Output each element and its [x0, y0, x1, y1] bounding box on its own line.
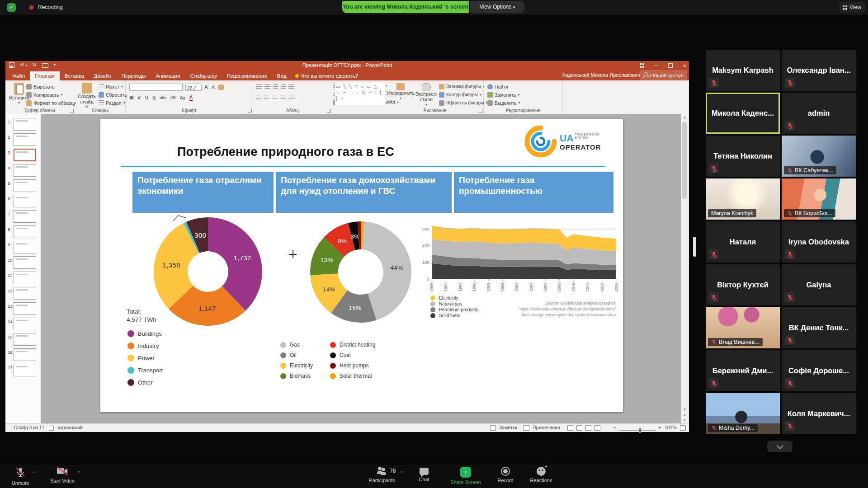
- slide-sorter-icon[interactable]: [576, 425, 582, 431]
- scroll-down-icon[interactable]: ▼: [681, 408, 688, 412]
- participants-button[interactable]: 78 Participants ^: [362, 467, 402, 483]
- grow-font-icon[interactable]: Аˆ: [204, 84, 209, 90]
- slide-thumbnail-4[interactable]: 4: [5, 164, 41, 177]
- participant-tile[interactable]: Олександр Іван...: [782, 50, 856, 91]
- spellcheck-icon[interactable]: [49, 425, 57, 431]
- drawing-dialog-launcher[interactable]: [479, 109, 482, 113]
- section-button[interactable]: Раздел ▾: [99, 99, 127, 107]
- start-video-button[interactable]: Start Video ^: [45, 467, 80, 483]
- slide-thumbnail-12[interactable]: 12: [5, 286, 41, 300]
- zoom-out-icon[interactable]: −: [613, 425, 616, 430]
- tab-Слайд-шоу[interactable]: Слайд-шоу: [185, 71, 222, 80]
- share-screen-button[interactable]: ↑ Share Screen: [445, 467, 486, 485]
- participant-tile[interactable]: ВК Сабунчак...: [782, 136, 856, 177]
- slide-thumbnail-17[interactable]: 17: [5, 363, 41, 377]
- new-slide-button[interactable]: Создать слайд▾: [77, 83, 97, 110]
- format-painter-button[interactable]: Формат по образцу: [26, 99, 76, 107]
- reactions-button[interactable]: Reactions: [524, 467, 558, 483]
- clipboard-dialog-launcher[interactable]: [70, 109, 74, 113]
- slide-thumbnail-2[interactable]: 2: [5, 133, 41, 146]
- justify-icon[interactable]: [280, 95, 286, 100]
- more-participants-button[interactable]: [767, 441, 793, 452]
- shape-outline-button[interactable]: Контур фигуры▾: [439, 91, 487, 99]
- quick-styles-button[interactable]: Экспресс-стили▾: [415, 83, 438, 108]
- participant-tile[interactable]: admin: [782, 93, 856, 134]
- next-slide-icon[interactable]: ▼: [681, 418, 688, 422]
- replace-button[interactable]: Заменить ▾: [487, 91, 520, 99]
- slide-thumbnail-1[interactable]: 1: [5, 117, 41, 131]
- unmute-button[interactable]: Unmute ^: [5, 467, 35, 486]
- tab-Вид[interactable]: Вид: [272, 71, 292, 80]
- slide-thumbnail-panel[interactable]: 1234567891011121314151617: [5, 114, 41, 423]
- slideshow-view-icon[interactable]: [594, 425, 600, 431]
- participant-tile[interactable]: Влад Вишнев...: [706, 307, 780, 348]
- tell-me-box[interactable]: Что вы хотите сделать?: [292, 71, 362, 80]
- shadow-button[interactable]: S: [152, 95, 156, 100]
- scrollbar-thumb[interactable]: [682, 122, 687, 199]
- slide-thumbnail-5[interactable]: 5: [5, 179, 41, 192]
- slide-thumbnail-7[interactable]: 7: [5, 210, 41, 223]
- maximize-icon[interactable]: [668, 63, 673, 68]
- participant-tile[interactable]: Віктор Кухтєй: [706, 264, 780, 305]
- ribbon-options-icon[interactable]: [640, 63, 642, 65]
- cut-button[interactable]: Вырезать: [26, 83, 76, 90]
- tab-Рецензирование[interactable]: Рецензирование: [222, 71, 272, 80]
- line-spacing-icon[interactable]: [288, 84, 294, 90]
- align-center-icon[interactable]: [264, 95, 269, 100]
- scroll-up-icon[interactable]: ▲: [681, 115, 688, 119]
- chat-button[interactable]: Chat: [411, 467, 437, 482]
- participant-tile[interactable]: Maksym Karpash: [706, 50, 780, 91]
- shape-effects-button[interactable]: Эффекты фигуры▾: [439, 99, 487, 107]
- tab-Дизайн[interactable]: Дизайн: [89, 71, 117, 80]
- change-case-button[interactable]: Aa: [180, 95, 185, 100]
- tab-Главная[interactable]: Главная: [30, 71, 60, 80]
- zoom-percent[interactable]: 102%: [665, 425, 677, 430]
- close-icon[interactable]: ×: [683, 62, 686, 69]
- shapes-gallery[interactable]: ▭ ╲ ╲ □ ○ ▭ △ ∟ ⌐ → ↓ ◇ ~ ≈ { } ☆: [335, 83, 386, 105]
- slide-thumbnail-15[interactable]: 15: [5, 333, 41, 346]
- participant-tile[interactable]: Бережний Дми...: [706, 350, 780, 391]
- share-button[interactable]: Общий доступ: [640, 70, 687, 80]
- tab-Файл[interactable]: Файл: [7, 71, 30, 80]
- slide-thumbnail-9[interactable]: 9: [5, 240, 41, 254]
- participant-tile[interactable]: Galyna: [782, 264, 856, 305]
- slide-thumbnail-3[interactable]: 3: [5, 148, 41, 162]
- notes-button[interactable]: Заметки: [490, 425, 517, 431]
- participant-tile[interactable]: ВК БорисБог...: [782, 178, 856, 220]
- prev-slide-icon[interactable]: ▲: [681, 413, 688, 417]
- audio-options-caret-icon[interactable]: ^: [33, 470, 36, 475]
- font-size-input[interactable]: 22,7: [185, 84, 202, 91]
- fit-to-window-icon[interactable]: [680, 425, 689, 431]
- reset-button[interactable]: Сбросить: [99, 91, 127, 99]
- video-options-caret-icon[interactable]: ^: [78, 470, 80, 475]
- minimize-icon[interactable]: [654, 66, 658, 66]
- language-label[interactable]: украинский: [58, 425, 83, 430]
- font-name-input[interactable]: [129, 84, 183, 91]
- char-spacing-button[interactable]: АВ: [170, 95, 176, 100]
- align-left-icon[interactable]: [256, 95, 261, 100]
- numbering-icon[interactable]: [264, 84, 270, 90]
- align-right-icon[interactable]: [272, 95, 278, 100]
- participant-tile[interactable]: Maryna Kraichyk: [706, 178, 780, 220]
- slide-thumbnail-13[interactable]: 13: [5, 302, 41, 315]
- slide-thumbnail-8[interactable]: 8: [5, 225, 41, 239]
- paragraph-dialog-launcher[interactable]: [327, 109, 331, 113]
- font-color-button[interactable]: А: [189, 94, 193, 101]
- participant-tile[interactable]: Софія Дороше...: [782, 350, 856, 391]
- italic-button[interactable]: К: [138, 95, 141, 100]
- view-buttons[interactable]: [567, 425, 604, 431]
- participant-tile[interactable]: Тетяна Николин: [706, 136, 780, 177]
- copy-button[interactable]: Копировать ▾: [26, 91, 76, 99]
- reading-view-icon[interactable]: [585, 425, 591, 431]
- participant-tile[interactable]: Коля Маркевич...: [782, 393, 856, 434]
- increase-indent-icon[interactable]: [281, 84, 286, 90]
- font-dialog-launcher[interactable]: [248, 109, 252, 113]
- participants-caret-icon[interactable]: ^: [401, 470, 403, 475]
- ppt-title-bar[interactable]: ↺ ▾ ↻ ▾ Презентація ОГТСУ.pptx - PowerPo…: [5, 61, 689, 70]
- tab-Вставка[interactable]: Вставка: [60, 71, 89, 80]
- slide-thumbnail-16[interactable]: 16: [5, 348, 41, 361]
- participant-tile[interactable]: Наталя: [706, 221, 780, 263]
- tab-Переходы[interactable]: Переходы: [116, 71, 151, 80]
- bold-button[interactable]: Ж: [129, 95, 134, 100]
- zoom-in-icon[interactable]: +: [658, 425, 661, 430]
